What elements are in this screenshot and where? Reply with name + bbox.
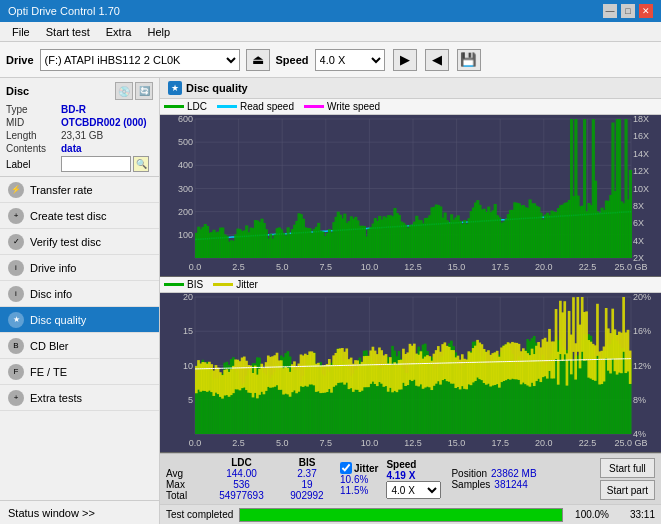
nav-extra-tests[interactable]: + Extra tests [0,385,159,411]
ldc-avg: 144.00 [209,468,274,479]
position-val: 23862 MB [491,468,537,479]
legend-jitter: Jitter [213,279,258,290]
ldc-total: 54977693 [209,490,274,501]
ldc-header: LDC [209,457,274,468]
drivebar: Drive (F:) ATAPI iHBS112 2 CL0K ⏏ Speed … [0,42,661,78]
position-key: Position [451,468,487,479]
bis-max: 19 [282,479,332,490]
nav-disc-info[interactable]: i Disc info [0,281,159,307]
nav-extra-tests-label: Extra tests [30,392,82,404]
eject-button[interactable]: ⏏ [246,49,270,71]
status-window-button[interactable]: Status window >> [0,500,159,524]
speed-stats: Speed 4.19 X 4.0 X [386,459,441,499]
progress-time: 33:11 [615,509,655,520]
mid-key: MID [6,117,61,128]
samples-val: 381244 [494,479,527,490]
nav-disc-quality[interactable]: ★ Disc quality [0,307,159,333]
nav-cd-bler[interactable]: B CD Bler [0,333,159,359]
jitter-stats: Jitter 10.6% 11.5% [340,462,378,496]
stats-table: LDC BIS Avg 144.00 2.37 Max 536 19 Total… [166,457,332,501]
mid-val: OTCBDR002 (000) [61,117,147,128]
disc-refresh-btn[interactable]: 🔄 [135,82,153,100]
ldc-label: LDC [187,101,207,112]
jitter-max: 11.5% [340,485,378,496]
read-speed-color [217,105,237,108]
speed-stat-select[interactable]: 4.0 X [386,481,441,499]
nav-create-test-label: Create test disc [30,210,106,222]
top-chart [160,115,661,277]
bis-avg: 2.37 [282,468,332,479]
nav-verify-test-disc[interactable]: ✓ Verify test disc [0,229,159,255]
avg-label: Avg [166,468,201,479]
maximize-button[interactable]: □ [621,4,635,18]
bis-header: BIS [282,457,332,468]
jitter-checkbox[interactable] [340,462,352,474]
top-chart-legend: LDC Read speed Write speed [160,99,661,115]
verify-test-icon: ✓ [8,234,24,250]
legend-bis: BIS [164,279,203,290]
disc-quality-icon-header: ★ [168,81,182,95]
drive-info-icon: i [8,260,24,276]
ldc-max: 536 [209,479,274,490]
progress-bar-container: Test completed 100.0% 33:11 [160,504,661,524]
length-val: 23,31 GB [61,130,103,141]
titlebar: Opti Drive Control 1.70 — □ ✕ [0,0,661,22]
toolbar-btn-2[interactable]: ◀ [425,49,449,71]
titlebar-controls: — □ ✕ [603,4,653,18]
nav-disc-info-label: Disc info [30,288,72,300]
nav-create-test-disc[interactable]: + Create test disc [0,203,159,229]
nav-drive-info[interactable]: i Drive info [0,255,159,281]
bottom-chart-canvas [160,293,661,452]
total-label: Total [166,490,201,501]
length-key: Length [6,130,61,141]
drive-select[interactable]: (F:) ATAPI iHBS112 2 CL0K [40,49,240,71]
toolbar-btn-1[interactable]: ▶ [393,49,417,71]
fe-te-icon: F [8,364,24,380]
start-part-button[interactable]: Start part [600,480,655,500]
read-speed-label: Read speed [240,101,294,112]
start-full-button[interactable]: Start full [600,458,655,478]
close-button[interactable]: ✕ [639,4,653,18]
nav-transfer-rate[interactable]: ⚡ Transfer rate [0,177,159,203]
speed-stat-header: Speed [386,459,441,470]
top-chart-canvas [160,115,661,276]
progress-bar [239,508,563,522]
toolbar-btn-3[interactable]: 💾 [457,49,481,71]
right-panel: ★ Disc quality LDC Read speed Write spee… [160,78,661,524]
transfer-rate-icon: ⚡ [8,182,24,198]
bis-color [164,283,184,286]
jitter-label: Jitter [236,279,258,290]
cd-bler-icon: B [8,338,24,354]
label-search-button[interactable]: 🔍 [133,156,149,172]
nav-fe-te-label: FE / TE [30,366,67,378]
speed-select[interactable]: 4.0 X [315,49,385,71]
menu-start-test[interactable]: Start test [38,24,98,40]
disc-quality-title: Disc quality [186,82,248,94]
write-speed-label: Write speed [327,101,380,112]
menu-extra[interactable]: Extra [98,24,140,40]
minimize-button[interactable]: — [603,4,617,18]
nav-disc-quality-label: Disc quality [30,314,86,326]
menubar: File Start test Extra Help [0,22,661,42]
speed-stat-val: 4.19 X [386,470,441,481]
titlebar-title: Opti Drive Control 1.70 [8,5,120,17]
bottom-chart [160,293,661,453]
disc-quality-header: ★ Disc quality [160,78,661,99]
create-test-icon: + [8,208,24,224]
bis-label: BIS [187,279,203,290]
progress-percent: 100.0% [569,509,609,520]
nav-drive-info-label: Drive info [30,262,76,274]
nav-fe-te[interactable]: F FE / TE [0,359,159,385]
nav-cd-bler-label: CD Bler [30,340,69,352]
disc-icon-btn[interactable]: 💿 [115,82,133,100]
legend-ldc: LDC [164,101,207,112]
type-val: BD-R [61,104,86,115]
label-input[interactable] [61,156,131,172]
stats-bar: LDC BIS Avg 144.00 2.37 Max 536 19 Total… [160,453,661,504]
speed-label: Speed [276,54,309,66]
progress-bar-fill [240,509,562,521]
menu-help[interactable]: Help [139,24,178,40]
jitter-color [213,283,233,286]
legend-read-speed: Read speed [217,101,294,112]
menu-file[interactable]: File [4,24,38,40]
